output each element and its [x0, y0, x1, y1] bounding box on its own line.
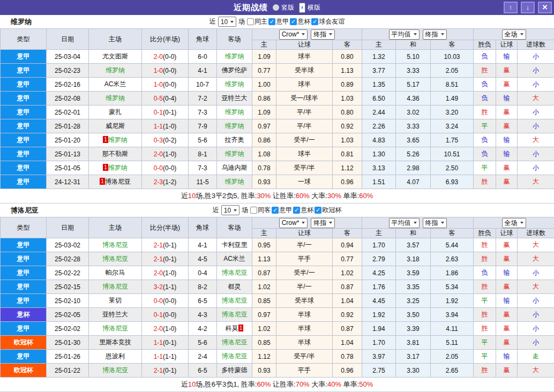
- filter-checkbox-意杯[interactable]: ✓意杯: [290, 17, 310, 26]
- handicap: 半球: [276, 336, 333, 350]
- scope-dropdown-group: 全场: [474, 217, 554, 229]
- team-link: 博洛尼亚: [222, 311, 248, 318]
- fulltime-score: 1-1: [154, 353, 163, 360]
- avg-away-odds: 2.05: [431, 64, 474, 78]
- table-row: 意甲25-03-02博洛尼亚2-1(0-1)4-1卡利亚里0.95半/一0.94…: [1, 238, 554, 252]
- corner-score: 5-6: [189, 336, 217, 350]
- average-select[interactable]: 平均值: [389, 218, 420, 228]
- home-odds: 0.87: [252, 266, 276, 280]
- fulltime-score: 2-3: [154, 178, 163, 186]
- avg-draw-odds: 3.39: [396, 322, 431, 336]
- team-link: 博洛尼亚: [105, 178, 131, 185]
- odds-source-select[interactable]: Crow*: [279, 218, 308, 228]
- chevron-down-icon: [414, 33, 417, 35]
- match-date: 25-02-01: [47, 105, 89, 119]
- team-link: 卡利亚里: [222, 241, 248, 248]
- summary-stat-value: 30%: [327, 192, 341, 200]
- radio-horizontal-layout[interactable]: 横版: [299, 3, 320, 13]
- avg-away-odds: 1.86: [431, 266, 474, 280]
- corner-score: 10-7: [189, 78, 217, 92]
- fulltime-score: 2-1: [154, 367, 163, 374]
- home-odds: 1.12: [252, 350, 276, 364]
- fulltime-score: 0-1: [154, 311, 163, 319]
- team-link: 维罗纳: [108, 136, 128, 144]
- summary-stat-label: 大率:: [310, 380, 327, 388]
- team-link: AC米兰: [104, 80, 126, 88]
- filter-checkbox-意甲[interactable]: ✓意甲: [268, 17, 289, 26]
- result-handicap: 赢: [496, 175, 518, 189]
- away-odds: 1.04: [333, 336, 362, 350]
- chevron-down-icon: [230, 21, 234, 23]
- filter-checkbox-欧冠杯[interactable]: ✓欧冠杯: [315, 206, 341, 215]
- avg-away-odds: 6.93: [431, 175, 474, 189]
- team-link: 博洛尼亚: [102, 366, 128, 374]
- team-link: 博洛尼亚: [102, 255, 128, 262]
- result-goals: 小: [518, 64, 554, 78]
- match-count-select[interactable]: 10: [221, 205, 239, 215]
- summary-stat-label: 让胜率:: [271, 192, 295, 200]
- result-goals: 大: [518, 175, 554, 189]
- team-link: 亚特兰大: [222, 94, 248, 102]
- scope-select[interactable]: 全场: [502, 29, 526, 40]
- result-outcome: 负: [474, 92, 496, 105]
- fulltime-score: 0-0: [154, 297, 163, 305]
- average-final-select[interactable]: 终指: [423, 218, 447, 228]
- corner-score: 7-3: [189, 105, 217, 119]
- move-down-button[interactable]: ↓: [521, 2, 535, 13]
- column-header: 主: [252, 229, 276, 238]
- halftime-score: (1-0): [163, 150, 176, 158]
- checkbox-label: 同客: [258, 206, 271, 215]
- average-select[interactable]: 平均值: [389, 29, 420, 40]
- table-row: 意甲25-02-15博洛尼亚3-2(1-1)8-2都灵1.02半/一0.871.…: [1, 280, 554, 294]
- league-badge: 意甲: [1, 238, 47, 252]
- odds-final-select[interactable]: 终指: [311, 29, 335, 40]
- team-link: 维罗纳: [225, 178, 244, 185]
- odds-final-select[interactable]: 终指: [311, 218, 335, 228]
- match-count-select[interactable]: 10: [218, 17, 236, 27]
- away-team: 维罗纳: [217, 175, 252, 189]
- average-final-select[interactable]: 终指: [423, 29, 447, 40]
- table-row: 意甲25-01-051维罗纳0-0(0-0)7-3乌迪内斯0.78受平/半1.1…: [1, 161, 554, 175]
- fulltime-score: 0-5: [154, 95, 163, 102]
- filter-checkbox-同主[interactable]: 同主: [247, 17, 267, 26]
- column-header: 和: [396, 229, 431, 238]
- result-outcome: 胜: [474, 175, 496, 189]
- summary-stat-label: 近: [181, 380, 188, 388]
- match-date: 25-02-23: [47, 64, 89, 78]
- home-odds: 0.93: [252, 175, 276, 189]
- avg-draw-odds: 5.10: [396, 50, 431, 64]
- league-badge: 意甲: [1, 350, 47, 364]
- halftime-score: (1-1): [163, 353, 176, 360]
- summary-stat-label: 大率:: [310, 192, 327, 200]
- red-card-badge: 1: [103, 136, 108, 143]
- handicap: 平/半: [276, 119, 333, 133]
- match-date: 25-02-05: [47, 308, 89, 322]
- away-team: 卡利亚里: [217, 238, 252, 252]
- away-team: 亚特兰大: [217, 92, 252, 105]
- team-link: 博洛尼亚: [102, 325, 128, 332]
- filter-checkbox-同客[interactable]: 同客: [250, 206, 271, 215]
- result-handicap: 赢: [496, 364, 518, 378]
- scope-select[interactable]: 全场: [502, 218, 526, 228]
- filter-checkbox-意甲[interactable]: ✓意甲: [272, 206, 292, 215]
- table-row: 意甲25-01-28威尼斯1-1(1-0)7-9维罗纳0.97平/半0.922.…: [1, 119, 554, 133]
- move-up-button[interactable]: ↑: [504, 2, 518, 13]
- halftime-score: (0-0): [163, 164, 176, 172]
- result-handicap: 赢: [496, 280, 518, 294]
- halftime-score: (0-1): [163, 242, 176, 249]
- result-outcome: 负: [474, 50, 496, 64]
- odds-source-select[interactable]: Crow*: [279, 29, 308, 40]
- column-header: 日期: [47, 29, 89, 50]
- radio-vertical-layout[interactable]: 竖版: [273, 3, 294, 12]
- avg-draw-odds: 2.98: [396, 161, 431, 175]
- match-score: 0-3(0-2): [142, 133, 189, 147]
- checkbox-label: 意甲: [276, 17, 289, 26]
- filter-checkbox-意杯[interactable]: ✓意杯: [293, 206, 313, 215]
- avg-draw-odds: 3.02: [396, 105, 431, 119]
- team-link: 威尼斯: [106, 122, 125, 130]
- result-outcome: 平: [474, 161, 496, 175]
- matches-table: 类型日期主场比分(半场)角球客场Crow*终指平均值终指全场主让球客主和客胜负让…: [0, 28, 554, 189]
- close-button[interactable]: ✕: [538, 2, 552, 13]
- header-row: 类型日期主场比分(半场)角球客场Crow*终指平均值终指全场: [1, 217, 554, 229]
- filter-checkbox-球会友谊[interactable]: ✓球会友谊: [311, 17, 345, 26]
